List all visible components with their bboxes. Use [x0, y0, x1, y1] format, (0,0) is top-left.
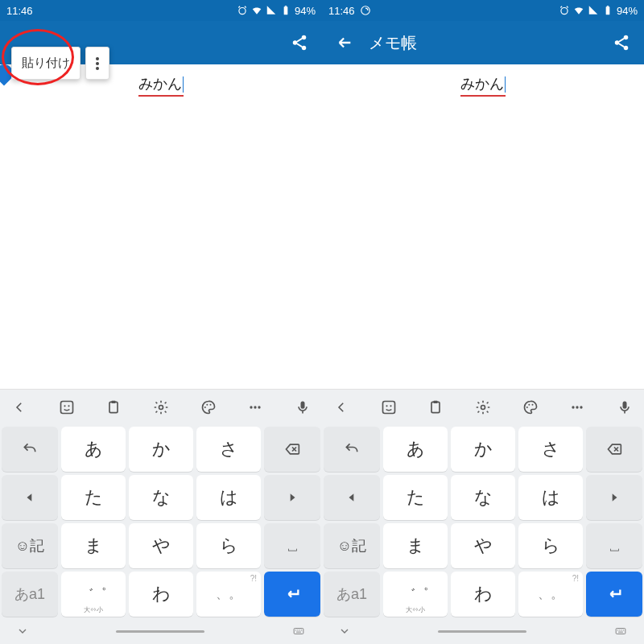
key-ma[interactable]: ま [61, 523, 126, 568]
key-backspace[interactable] [586, 427, 642, 472]
key-ra[interactable]: ら [196, 523, 261, 568]
more-button[interactable] [561, 391, 593, 423]
key-mode[interactable]: あa1 [324, 572, 380, 617]
key-backspace[interactable] [264, 427, 320, 472]
share-button[interactable] [283, 27, 316, 59]
key-small[interactable]: ゛゜大⇔小 [61, 572, 126, 617]
svg-point-42 [96, 62, 99, 65]
key-left[interactable] [2, 475, 58, 520]
key-enter[interactable] [264, 572, 320, 617]
svg-rect-1 [284, 6, 288, 14]
alarm-icon [559, 5, 570, 16]
palette-icon [522, 399, 539, 415]
collapse-button[interactable] [325, 391, 357, 423]
svg-rect-18 [300, 402, 304, 409]
editor-area[interactable]: みかん [0, 64, 322, 389]
key-emoji[interactable]: ☺記 [324, 523, 380, 568]
key-punct[interactable]: 、。?! [196, 572, 261, 617]
clock: 11:46 [328, 5, 355, 17]
key-ka[interactable]: か [129, 427, 193, 472]
context-more-button[interactable] [85, 47, 109, 80]
key-ha[interactable]: は [518, 475, 583, 520]
key-ma[interactable]: ま [383, 523, 448, 568]
chevron-left-icon [334, 400, 349, 415]
key-ra[interactable]: ら [518, 523, 583, 568]
triangle-right-icon [287, 492, 298, 503]
key-ta[interactable]: た [383, 475, 448, 520]
svg-point-43 [96, 67, 99, 70]
settings-button[interactable] [467, 391, 499, 423]
text-cursor [183, 76, 184, 93]
nav-keyboard-switch[interactable] [613, 625, 628, 637]
key-a[interactable]: あ [61, 427, 126, 472]
key-wa[interactable]: わ [451, 572, 515, 617]
key-emoji[interactable]: ☺記 [2, 523, 58, 568]
svg-point-28 [386, 405, 387, 407]
mic-icon [617, 399, 633, 415]
svg-point-20 [361, 6, 369, 15]
mic-button[interactable] [609, 391, 641, 423]
key-ya[interactable]: や [451, 523, 515, 568]
collapse-button[interactable] [3, 391, 35, 423]
svg-point-29 [390, 405, 391, 407]
theme-button[interactable] [192, 391, 225, 423]
key-ha[interactable]: は [196, 475, 261, 520]
key-sa[interactable]: さ [518, 427, 583, 472]
key-reverse[interactable] [2, 427, 58, 472]
svg-point-13 [206, 404, 208, 406]
svg-point-11 [159, 406, 163, 410]
key-mode[interactable]: あa1 [2, 572, 58, 617]
key-space[interactable]: ⎵ [586, 523, 642, 568]
dots-icon [569, 399, 585, 415]
paste-button[interactable]: 貼り付け [11, 47, 80, 80]
clipboard-button[interactable] [97, 391, 130, 423]
key-left[interactable] [324, 475, 380, 520]
share-button[interactable] [605, 27, 638, 59]
nav-home-bar[interactable] [438, 630, 526, 633]
key-ya[interactable]: や [129, 523, 193, 568]
more-button[interactable] [239, 391, 271, 423]
key-space[interactable]: ⎵ [264, 523, 320, 568]
keyboard-grid: あ か さ た な は ☺記 ま や ら ⎵ あa1 ゛゜大⇔小 わ 、。?! [0, 425, 322, 618]
text-cursor [505, 76, 506, 93]
key-sa[interactable]: さ [196, 427, 261, 472]
mic-button[interactable] [287, 391, 319, 423]
key-ta[interactable]: た [61, 475, 126, 520]
key-small[interactable]: ゛゜大⇔小 [383, 572, 448, 617]
sticker-icon [59, 399, 75, 415]
signal-icon [588, 5, 599, 16]
svg-point-16 [254, 406, 257, 408]
battery-label: 94% [295, 5, 316, 17]
wifi-icon [251, 5, 262, 16]
key-a[interactable]: あ [383, 427, 448, 472]
svg-point-38 [580, 406, 583, 408]
sticker-button[interactable] [373, 391, 405, 423]
nav-collapse[interactable] [16, 625, 29, 638]
theme-button[interactable] [514, 391, 547, 423]
svg-rect-27 [382, 402, 394, 414]
settings-button[interactable] [145, 391, 177, 423]
key-ka[interactable]: か [451, 427, 515, 472]
key-na[interactable]: な [129, 475, 193, 520]
editor-area[interactable]: みかん [322, 64, 644, 389]
key-enter[interactable] [586, 572, 642, 617]
back-button[interactable] [328, 27, 361, 59]
svg-point-36 [572, 406, 575, 408]
key-right[interactable] [586, 475, 642, 520]
key-right[interactable] [264, 475, 320, 520]
svg-rect-10 [112, 401, 116, 403]
key-na[interactable]: な [451, 475, 515, 520]
nav-collapse[interactable] [338, 625, 351, 638]
svg-point-3 [302, 35, 307, 40]
key-wa[interactable]: わ [129, 572, 193, 617]
nav-keyboard-switch[interactable] [291, 625, 306, 637]
key-reverse[interactable] [324, 427, 380, 472]
nav-home-bar[interactable] [116, 630, 204, 633]
key-punct[interactable]: 、。?! [518, 572, 583, 617]
clipboard-button[interactable] [419, 391, 452, 423]
svg-point-17 [258, 406, 261, 408]
dots-icon [247, 399, 263, 415]
sticker-button[interactable] [51, 391, 83, 423]
svg-rect-19 [294, 629, 303, 634]
gear-icon [153, 399, 169, 415]
